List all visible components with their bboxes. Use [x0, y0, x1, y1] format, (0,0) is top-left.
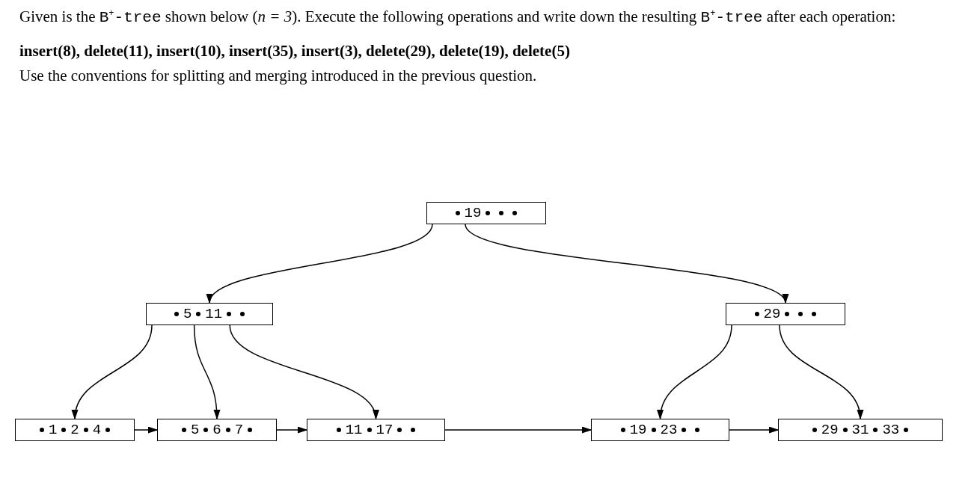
operations-list: insert(8), delete(11), insert(10), inser…	[19, 42, 961, 61]
tree-node-l1: 567	[157, 419, 277, 441]
tree-node-i1: 29	[726, 303, 845, 325]
p1d: after each operation:	[762, 7, 895, 25]
bplus-tree-diagram: 195112912456711171923293133	[0, 179, 980, 479]
tree-node-l3: 1923	[591, 419, 729, 441]
p1a: Given is the	[19, 7, 99, 25]
tree-node-i0: 511	[146, 303, 273, 325]
conventions-note: Use the conventions for splitting and me…	[19, 65, 961, 86]
tree-node-l4: 293133	[778, 419, 943, 441]
p1b: shown below (	[162, 7, 258, 25]
tree-node-l0: 124	[15, 419, 135, 441]
page: Given is the B+-tree shown below (n = 3)…	[0, 0, 980, 486]
n-eq: n = 3	[257, 7, 292, 25]
tree-node-root: 19	[426, 202, 546, 224]
btree-label: B+-tree	[99, 9, 162, 26]
p1c: ). Execute the following operations and …	[292, 7, 700, 25]
tree-node-l2: 1117	[307, 419, 445, 441]
btree-label-2: B+-tree	[701, 9, 763, 26]
problem-statement: Given is the B+-tree shown below (n = 3)…	[19, 6, 961, 28]
